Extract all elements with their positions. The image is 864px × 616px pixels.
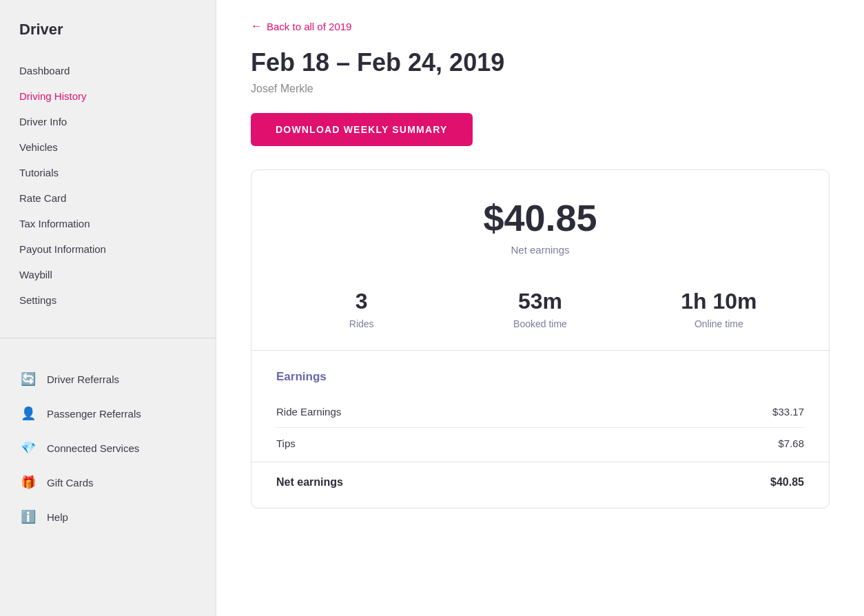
earnings-row-amount: $33.17 [772, 406, 804, 418]
sidebar-bottom-item-driver-referrals[interactable]: 🔄 Driver Referrals [19, 363, 196, 395]
stat-rides: 3 Rides [272, 289, 451, 329]
main-content: ← Back to all of 2019 Feb 18 – Feb 24, 2… [216, 0, 864, 616]
sidebar-item-tax-information[interactable]: Tax Information [19, 211, 196, 236]
stat-value: 53m [451, 289, 629, 314]
stat-booked-time: 53m Booked time [451, 289, 629, 329]
sidebar: Driver DashboardDriving HistoryDriver In… [0, 0, 216, 616]
sidebar-nav: DashboardDriving HistoryDriver InfoVehic… [19, 58, 196, 313]
earnings-row-1: Tips $7.68 [276, 428, 804, 459]
sidebar-bottom-item-passenger-referrals[interactable]: 👤 Passenger Referrals [19, 398, 196, 429]
connected-services-label: Connected Services [47, 442, 139, 454]
net-earnings-label: Net earnings [265, 244, 815, 256]
passenger-referrals-label: Passenger Referrals [47, 408, 141, 420]
earnings-row-0: Ride Earnings $33.17 [276, 396, 804, 428]
sidebar-top: Driver DashboardDriving HistoryDriver In… [0, 0, 216, 327]
earnings-title: Earnings [276, 370, 804, 384]
net-earnings-amount: $40.85 [265, 198, 815, 238]
sidebar-item-driver-info[interactable]: Driver Info [19, 109, 196, 134]
stat-label: Online time [630, 318, 808, 329]
stat-value: 1h 10m [630, 289, 808, 314]
stats-row: 3 Rides 53m Booked time 1h 10m Online ti… [251, 275, 829, 351]
sidebar-brand: Driver [19, 21, 196, 39]
help-label: Help [47, 511, 68, 523]
earnings-row-amount: $7.68 [778, 438, 804, 449]
download-weekly-summary-button[interactable]: DOWNLOAD WEEKLY SUMMARY [251, 113, 473, 146]
net-row: Net earnings $40.85 [251, 462, 829, 508]
page-title: Feb 18 – Feb 24, 2019 [251, 48, 830, 77]
sidebar-bottom: 🔄 Driver Referrals 👤 Passenger Referrals… [0, 349, 216, 546]
sidebar-item-tutorials[interactable]: Tutorials [19, 160, 196, 185]
sidebar-item-dashboard[interactable]: Dashboard [19, 58, 196, 83]
sidebar-item-waybill[interactable]: Waybill [19, 262, 196, 287]
sidebar-item-driving-history[interactable]: Driving History [19, 83, 196, 109]
sidebar-item-rate-card[interactable]: Rate Card [19, 185, 196, 211]
gift-cards-icon: 🎁 [19, 473, 37, 491]
earnings-section: Earnings Ride Earnings $33.17 Tips $7.68 [251, 351, 829, 459]
sidebar-item-vehicles[interactable]: Vehicles [19, 134, 196, 160]
passenger-referrals-icon: 👤 [19, 404, 37, 422]
connected-services-icon: 💎 [19, 439, 37, 457]
sidebar-divider [0, 338, 216, 338]
gift-cards-label: Gift Cards [47, 477, 94, 489]
net-row-label: Net earnings [276, 476, 343, 489]
summary-top: $40.85 Net earnings [251, 170, 829, 275]
back-arrow-icon: ← [251, 19, 263, 33]
stat-online-time: 1h 10m Online time [630, 289, 808, 329]
sidebar-item-settings[interactable]: Settings [19, 287, 196, 313]
summary-card: $40.85 Net earnings 3 Rides 53m Booked t… [251, 170, 830, 509]
earnings-rows: Ride Earnings $33.17 Tips $7.68 [276, 396, 804, 459]
earnings-row-label: Tips [276, 438, 296, 449]
net-row-amount: $40.85 [770, 476, 804, 489]
sidebar-item-payout-information[interactable]: Payout Information [19, 236, 196, 262]
stat-label: Booked time [451, 318, 629, 329]
stat-label: Rides [272, 318, 451, 329]
driver-referrals-icon: 🔄 [19, 370, 37, 388]
earnings-row-label: Ride Earnings [276, 406, 341, 418]
sidebar-bottom-item-help[interactable]: ℹ️ Help [19, 501, 196, 533]
sidebar-bottom-item-connected-services[interactable]: 💎 Connected Services [19, 432, 196, 464]
driver-referrals-label: Driver Referrals [47, 373, 119, 385]
stat-value: 3 [272, 289, 451, 314]
help-icon: ℹ️ [19, 508, 37, 526]
driver-name: Josef Merkle [251, 83, 830, 95]
sidebar-bottom-item-gift-cards[interactable]: 🎁 Gift Cards [19, 466, 196, 498]
back-link[interactable]: ← Back to all of 2019 [251, 19, 830, 33]
back-link-text: Back to all of 2019 [267, 21, 351, 32]
